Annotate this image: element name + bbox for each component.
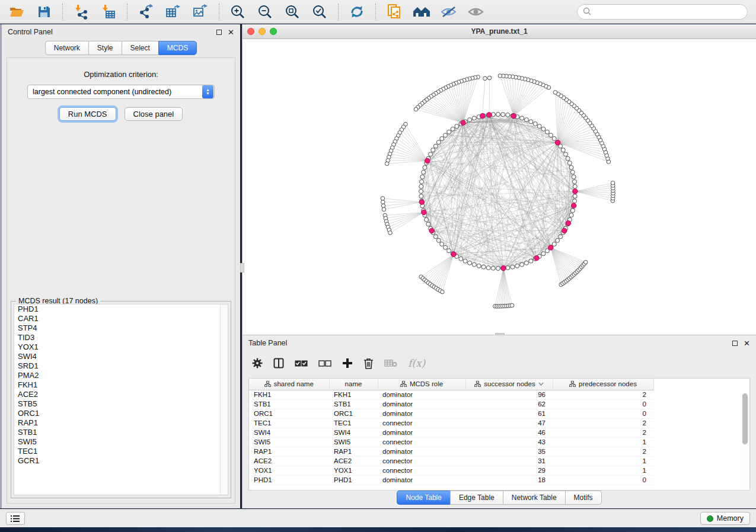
table-row[interactable]: PHD1PHD1dominator180 (249, 475, 653, 485)
search-field[interactable] (577, 4, 748, 20)
table-cell[interactable]: 61 (465, 409, 553, 418)
table-row[interactable]: YOX1YOX1connector291 (249, 466, 653, 475)
graph-node[interactable] (472, 116, 476, 120)
network-graph[interactable] (243, 40, 756, 334)
graph-node[interactable] (559, 235, 563, 239)
graph-node[interactable] (419, 190, 423, 194)
add-column-icon[interactable] (342, 358, 353, 368)
graph-node[interactable] (440, 137, 444, 141)
graph-leaf-node[interactable] (441, 290, 445, 294)
graph-leaf-node[interactable] (381, 200, 385, 204)
graph-hub-node[interactable] (534, 255, 539, 260)
mcds-result-item[interactable]: SWI5 (14, 437, 228, 447)
window-close-icon[interactable] (247, 28, 254, 35)
close-table-panel-icon[interactable]: ✕ (744, 341, 750, 346)
graph-node[interactable] (463, 259, 467, 263)
memory-button[interactable]: Memory (700, 512, 750, 525)
column-header-predecessor-nodes[interactable]: predecessor nodes (553, 379, 653, 390)
graph-hub-node[interactable] (461, 120, 465, 125)
table-cell[interactable]: SWI5 (249, 437, 329, 447)
float-panel-icon[interactable] (216, 30, 222, 35)
mcds-result-item[interactable]: RAP1 (14, 418, 228, 428)
mcds-result-item[interactable]: STP4 (14, 323, 228, 333)
split-panel-icon[interactable] (273, 358, 284, 368)
network-window-titlebar[interactable]: YPA_prune.txt_1 (243, 24, 756, 39)
graph-node[interactable] (545, 130, 549, 134)
graph-hub-node[interactable] (501, 266, 506, 271)
table-cell[interactable]: 29 (465, 466, 553, 475)
graph-node[interactable] (444, 133, 448, 137)
table-cell[interactable]: SWI4 (329, 428, 378, 437)
import-table-icon[interactable] (97, 2, 120, 21)
mcds-result-item[interactable]: ACE2 (14, 390, 228, 399)
hide-selected-eye-icon[interactable] (437, 2, 461, 21)
table-cell[interactable]: dominator (378, 428, 465, 437)
mcds-result-item[interactable]: STB5 (14, 399, 228, 409)
graph-hub-node[interactable] (548, 245, 553, 250)
table-cell[interactable]: connector (378, 466, 465, 475)
graph-node[interactable] (451, 127, 455, 131)
table-cell[interactable]: dominator (378, 390, 465, 399)
graph-node[interactable] (420, 175, 425, 179)
run-mcds-button[interactable]: Run MCDS (59, 107, 116, 121)
zoom-out-icon[interactable] (253, 2, 277, 21)
table-cell[interactable]: 0 (553, 399, 653, 409)
mcds-result-item[interactable]: CAR1 (14, 314, 228, 323)
table-cell[interactable]: ORC1 (329, 409, 378, 418)
table-cell[interactable]: 1 (553, 456, 653, 466)
tab-network[interactable]: Network (45, 41, 88, 55)
graph-node[interactable] (433, 235, 438, 239)
table-tab-node-table[interactable]: Node Table (397, 491, 450, 505)
graph-node[interactable] (549, 133, 553, 137)
table-row[interactable]: ACE2ACE2connector311 (249, 456, 653, 466)
table-cell[interactable]: 0 (553, 409, 653, 418)
graph-node[interactable] (529, 120, 533, 124)
graph-node[interactable] (570, 209, 575, 213)
graph-node[interactable] (440, 242, 444, 246)
graph-node[interactable] (444, 245, 448, 249)
graph-node[interactable] (436, 238, 441, 242)
graph-node[interactable] (496, 113, 500, 117)
table-tab-network-table[interactable]: Network Table (503, 491, 565, 505)
mcds-result-item[interactable]: GCR1 (14, 456, 228, 466)
table-cell[interactable]: connector (378, 456, 465, 466)
graph-node[interactable] (433, 144, 438, 148)
graph-node[interactable] (496, 267, 500, 271)
graph-node[interactable] (569, 213, 573, 217)
graph-node[interactable] (429, 152, 433, 156)
graph-hub-node[interactable] (572, 203, 576, 208)
table-cell[interactable]: 0 (553, 475, 653, 485)
graph-node[interactable] (567, 161, 572, 165)
graph-hub-node[interactable] (487, 113, 492, 117)
graph-node[interactable] (572, 175, 576, 179)
mcds-result-item[interactable]: STB1 (14, 428, 228, 437)
table-row[interactable]: ORC1ORC1dominator610 (249, 409, 653, 418)
graph-node[interactable] (468, 118, 472, 122)
mcds-result-item[interactable]: TEC1 (14, 447, 228, 456)
search-input[interactable] (592, 8, 742, 16)
table-row[interactable]: FKH1FKH1dominator962 (249, 390, 653, 399)
tab-mcds[interactable]: MCDS (158, 41, 197, 55)
mcds-result-item[interactable]: PHD1 (14, 305, 228, 314)
graph-leaf-node[interactable] (553, 91, 557, 95)
table-cell[interactable]: dominator (378, 409, 465, 418)
graph-node[interactable] (455, 124, 459, 129)
graph-node[interactable] (552, 242, 556, 246)
graph-node[interactable] (422, 170, 426, 174)
graph-leaf-node[interactable] (388, 231, 393, 235)
graph-leaf-node[interactable] (510, 303, 514, 307)
graph-node[interactable] (506, 266, 510, 270)
graph-leaf-node[interactable] (483, 76, 487, 81)
graph-node[interactable] (491, 266, 495, 270)
graph-node[interactable] (501, 113, 505, 117)
graph-leaf-node[interactable] (487, 76, 492, 80)
graph-leaf-node[interactable] (385, 162, 389, 166)
table-row[interactable]: SWI4SWI4dominator462 (249, 428, 653, 437)
graph-node[interactable] (419, 194, 423, 198)
table-cell[interactable]: ACE2 (329, 456, 378, 466)
table-cell[interactable]: 2 (553, 428, 653, 437)
graph-node[interactable] (477, 264, 481, 268)
window-minimize-icon[interactable] (259, 28, 266, 35)
graph-node[interactable] (566, 156, 570, 161)
table-cell[interactable]: 46 (465, 428, 553, 437)
